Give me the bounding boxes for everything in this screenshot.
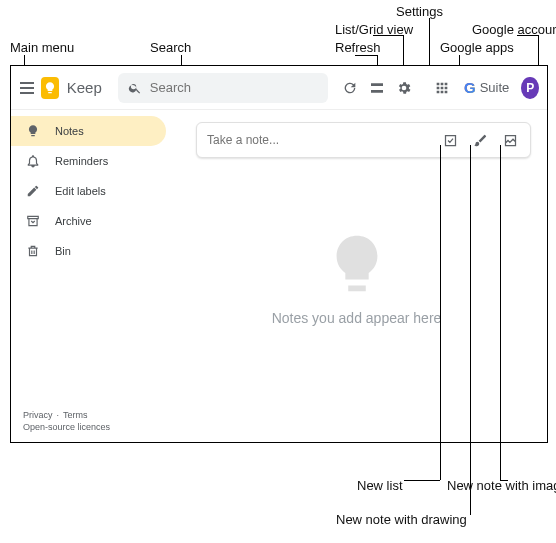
sidebar-item-label: Notes xyxy=(55,125,84,137)
footer-links: Privacy·Terms Open-source licences xyxy=(23,409,110,434)
callout-new-list: New list xyxy=(357,478,403,493)
keep-logo-icon xyxy=(41,77,59,99)
trash-icon xyxy=(25,243,41,259)
image-icon xyxy=(503,133,518,148)
sidebar-item-label: Bin xyxy=(55,245,71,257)
search-input[interactable] xyxy=(150,80,318,95)
search-icon xyxy=(128,81,142,95)
callout-new-drawing: New note with drawing xyxy=(336,512,467,527)
app-window: Keep G Suite P N xyxy=(10,65,548,443)
gsuite-label[interactable]: G Suite xyxy=(458,77,515,98)
checkbox-icon xyxy=(443,133,458,148)
google-apps-button[interactable] xyxy=(431,75,452,101)
licences-link[interactable]: Open-source licences xyxy=(23,422,110,432)
empty-state: Notes you add appear here xyxy=(166,230,547,326)
sidebar-item-label: Edit labels xyxy=(55,185,106,197)
new-drawing-button[interactable] xyxy=(470,130,490,150)
sidebar-item-edit-labels[interactable]: Edit labels xyxy=(11,176,166,206)
privacy-link[interactable]: Privacy xyxy=(23,410,53,420)
sidebar-item-bin[interactable]: Bin xyxy=(11,236,166,266)
callout-main-menu: Main menu xyxy=(10,40,74,55)
main-menu-button[interactable] xyxy=(19,78,35,98)
callout-apps: Google apps xyxy=(440,40,514,55)
sidebar-item-notes[interactable]: Notes xyxy=(11,116,166,146)
callout-account: Google account xyxy=(472,22,556,37)
top-bar: Keep G Suite P xyxy=(11,66,547,110)
apps-grid-icon xyxy=(434,80,450,96)
empty-state-text: Notes you add appear here xyxy=(272,310,442,326)
brush-icon xyxy=(473,133,488,148)
terms-link[interactable]: Terms xyxy=(63,410,88,420)
gear-icon xyxy=(396,80,412,96)
sidebar-item-reminders[interactable]: Reminders xyxy=(11,146,166,176)
main-area: Take a note... Notes you add appear here xyxy=(166,110,547,442)
take-note-bar[interactable]: Take a note... xyxy=(196,122,531,158)
bell-icon xyxy=(25,153,41,169)
archive-icon xyxy=(25,213,41,229)
sidebar: Notes Reminders Edit labels Archive xyxy=(11,110,166,442)
sidebar-item-archive[interactable]: Archive xyxy=(11,206,166,236)
sidebar-item-label: Archive xyxy=(55,215,92,227)
refresh-icon xyxy=(342,80,358,96)
callout-settings: Settings xyxy=(396,4,443,19)
new-image-button[interactable] xyxy=(500,130,520,150)
list-grid-view-button[interactable] xyxy=(367,75,388,101)
lightbulb-icon xyxy=(25,123,41,139)
pencil-icon xyxy=(25,183,41,199)
callout-search: Search xyxy=(150,40,191,55)
new-list-button[interactable] xyxy=(440,130,460,150)
g-logo: G xyxy=(464,79,476,96)
refresh-button[interactable] xyxy=(340,75,361,101)
app-brand: Keep xyxy=(67,79,102,96)
settings-button[interactable] xyxy=(393,75,414,101)
take-note-placeholder: Take a note... xyxy=(207,133,430,147)
list-view-icon xyxy=(369,80,385,96)
suite-text: Suite xyxy=(480,80,510,95)
sidebar-item-label: Reminders xyxy=(55,155,108,167)
lightbulb-large-icon xyxy=(322,230,392,300)
callout-refresh: Refresh xyxy=(335,40,381,55)
search-box[interactable] xyxy=(118,73,328,103)
account-avatar[interactable]: P xyxy=(521,77,539,99)
